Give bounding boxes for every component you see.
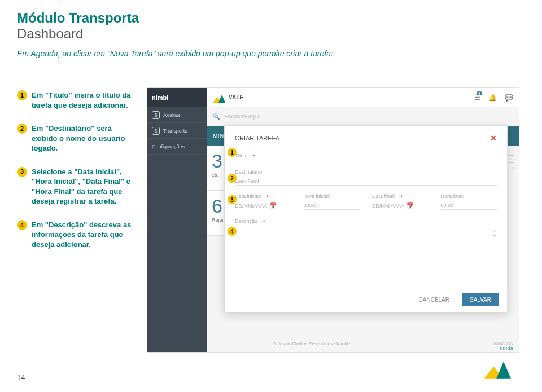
app-topbar: VALE ☰4 🔔 💬 — [207, 88, 519, 107]
brand: VALE — [213, 93, 243, 103]
bell-icon[interactable]: 🔔 — [488, 94, 497, 102]
vale-footer-logo — [491, 363, 525, 385]
bullet-4: 4 — [17, 220, 27, 230]
modal-buttons: CANCELAR SALVAR — [412, 293, 499, 306]
app-sidebar: nimbi $ Analisa $ Transporta Configuraçõ… — [147, 88, 207, 352]
descricao-label: Descrição — [235, 218, 497, 224]
callout-1: 1 — [228, 148, 237, 157]
calendar-icon: 📅 — [406, 202, 413, 209]
instruction-2: 2 Em "Destinatário" será exibido o nome … — [17, 124, 136, 153]
create-task-modal: CRIAR TAREFA ✕ Título Destinatário Luan … — [224, 125, 508, 312]
app-screenshot: nimbi $ Analisa $ Transporta Configuraçõ… — [147, 87, 519, 353]
hora-final-input[interactable]: 00:00 — [441, 201, 497, 210]
destinatario-value: Luan Fauth — [235, 177, 497, 186]
brand-text: VALE — [229, 94, 243, 100]
dates-row: Data inicial: DD/MM/AAAA📅 Hora inicial: … — [235, 193, 497, 210]
bullet-1: 1 — [17, 90, 27, 100]
powered-by: powered by nimbi — [493, 341, 513, 351]
search-placeholder: Encontre aqui — [224, 113, 259, 120]
vale-logo-icon — [213, 93, 225, 103]
instruction-3-text: Selecione a "Data Inicial", "Hora Inicia… — [32, 167, 136, 206]
sidebar-label: Configurações — [152, 144, 185, 149]
cal-next-icon[interactable]: › — [513, 165, 514, 171]
sidebar-label: Transporta — [163, 128, 187, 134]
instruction-4: 4 Em "Descrição" descreva as informações… — [17, 220, 136, 250]
sidebar-item-analisa[interactable]: $ Analisa — [147, 107, 207, 123]
search-bar[interactable]: 🔍 Encontre aqui — [207, 107, 519, 126]
intro-text: Em Agenda, ao clicar em "Nova Tarefa" se… — [0, 49, 542, 70]
page-number: 14 — [17, 373, 25, 382]
search-icon: 🔍 — [213, 113, 220, 120]
calendar-icon: 📅 — [269, 202, 276, 209]
footer-rights: Todos os Direitos Reservados · Nimbi · — [273, 341, 351, 351]
instruction-1: 1 Em "Título" insira o título da tarefa … — [17, 90, 136, 110]
data-final-input[interactable]: DD/MM/AAAA📅 — [372, 201, 429, 210]
badge: 4 — [477, 91, 482, 95]
data-inicial-label: Data inicial: — [235, 193, 291, 199]
page-subtitle: Dashboard — [0, 26, 542, 49]
instruction-1-text: Em "Título" insira o título da tarefa qu… — [32, 90, 136, 110]
instruction-2-text: Em "Destinatário" será exibido o nome do… — [32, 124, 136, 153]
view-list-icon[interactable]: ≡ — [506, 155, 514, 163]
scroll-icon: ▴▾ — [493, 228, 496, 239]
sidebar-item-transporta[interactable]: $ Transporta — [147, 123, 207, 139]
titulo-input[interactable] — [235, 161, 497, 161]
dollar-icon: $ — [152, 111, 160, 119]
descricao-input[interactable]: ▴▾ — [235, 226, 497, 253]
callout-4: 4 — [228, 227, 237, 236]
cancel-button[interactable]: CANCELAR — [412, 293, 456, 306]
instruction-3: 3 Selecione a "Data Inicial", "Hora Inic… — [17, 167, 136, 206]
instruction-4-text: Em "Descrição" descreva as informações d… — [32, 220, 136, 250]
list-icon[interactable]: ☰4 — [474, 94, 480, 102]
callout-2: 2 — [228, 174, 237, 183]
hora-inicial-input[interactable]: 00:00 — [304, 201, 360, 210]
app-logo: nimbi — [147, 88, 207, 107]
modal-title: CRIAR TAREFA — [235, 135, 279, 142]
data-inicial-input[interactable]: DD/MM/AAAA📅 — [235, 201, 291, 210]
data-final-label: Data final: — [372, 193, 429, 199]
hora-inicial-label: Hora inicial: — [304, 193, 360, 199]
topbar-icons: ☰4 🔔 💬 — [474, 94, 513, 102]
sidebar-label: Analisa — [163, 112, 180, 118]
chat-icon[interactable]: 💬 — [505, 94, 513, 102]
page-title: Módulo Transporta — [0, 0, 542, 26]
titulo-label: Título — [235, 153, 497, 158]
dollar-icon: $ — [152, 127, 160, 135]
destinatario-label: Destinatário — [235, 169, 497, 175]
close-icon[interactable]: ✕ — [490, 134, 497, 143]
bullet-2: 2 — [17, 124, 27, 134]
instructions-column: 1 Em "Título" insira o título da tarefa … — [17, 90, 136, 263]
save-button[interactable]: SALVAR — [462, 293, 499, 306]
hora-final-label: Hora final: — [441, 193, 497, 199]
app-footer: Todos os Direitos Reservados · Nimbi · p… — [267, 341, 519, 351]
callout-3: 3 — [228, 195, 237, 204]
bullet-3: 3 — [17, 167, 27, 177]
sidebar-item-config[interactable]: Configurações — [147, 139, 207, 155]
